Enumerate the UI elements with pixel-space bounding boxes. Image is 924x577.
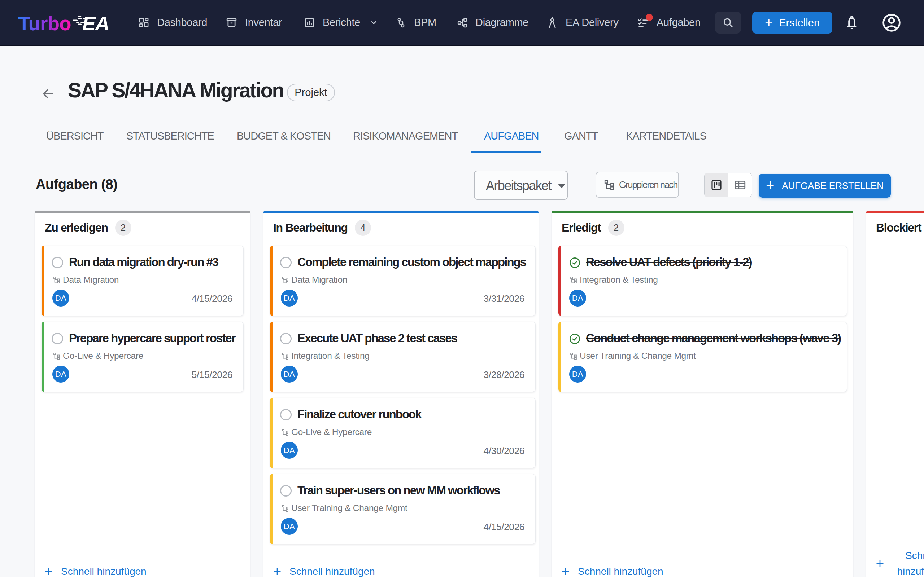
svg-text:EA: EA — [82, 14, 109, 35]
svg-text:Turbo: Turbo — [18, 14, 71, 35]
